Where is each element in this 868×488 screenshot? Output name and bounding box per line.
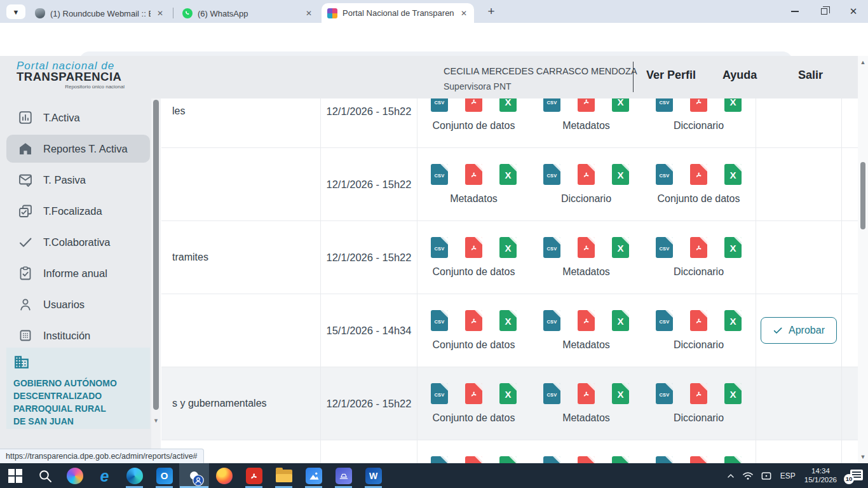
tray-show-hidden-icons-button[interactable] [726, 471, 736, 481]
pdf-file-icon[interactable] [578, 456, 595, 463]
csv-file-icon[interactable]: CSV [543, 383, 560, 404]
excel-file-icon[interactable]: X [724, 456, 742, 463]
scroll-up-arrow-icon[interactable]: ▲ [858, 59, 868, 65]
close-tab-icon[interactable]: ✕ [304, 9, 313, 18]
sidebar-scrollbar-thumb[interactable] [153, 100, 159, 410]
csv-file-icon[interactable]: CSV [431, 237, 448, 258]
scroll-down-arrow-icon[interactable]: ▼ [858, 454, 868, 460]
tray-language-indicator[interactable]: ESP [778, 471, 797, 480]
excel-file-icon[interactable]: X [499, 310, 517, 331]
sidebar-item-usuarios[interactable]: Usuarios [6, 290, 150, 318]
sidebar-scrollbar[interactable]: ▼ [151, 98, 161, 463]
taskbar-file-explorer-button[interactable] [269, 463, 299, 488]
pdf-file-icon[interactable] [465, 383, 482, 404]
page-scrollbar[interactable]: ▲ ▼ [858, 56, 868, 463]
taskbar-acrobat-button[interactable] [239, 463, 269, 488]
excel-file-icon[interactable]: X [724, 237, 742, 258]
excel-file-icon[interactable]: X [612, 383, 629, 404]
taskbar-chrome-button[interactable] [179, 463, 209, 488]
sidebar-item-t-activa[interactable]: T.Activa [6, 104, 150, 132]
csv-file-icon[interactable]: CSV [656, 164, 673, 185]
tab-whatsapp[interactable]: (6) WhatsApp ✕ [177, 4, 319, 23]
sidebar-item-t-colaborativa[interactable]: T.Colaborativa [6, 228, 150, 256]
excel-file-icon[interactable]: X [499, 164, 517, 185]
taskbar-firefox-button[interactable] [209, 463, 239, 488]
taskbar-scanner-button[interactable] [329, 463, 358, 488]
excel-file-icon[interactable]: X [612, 98, 629, 112]
csv-file-icon[interactable]: CSV [431, 164, 448, 185]
sidebar-institution-item[interactable]: GOBIERNO AUTÓNOMO DESCENTRALIZADO PARROQ… [6, 348, 150, 429]
csv-file-icon[interactable]: CSV [543, 164, 560, 185]
excel-file-icon[interactable]: X [499, 383, 517, 404]
sidebar-item-reportes-t-activa[interactable]: Reportes T. Activa [6, 135, 150, 163]
csv-file-icon[interactable]: CSV [543, 237, 560, 258]
pdf-file-icon[interactable] [690, 456, 707, 463]
excel-file-icon[interactable]: X [724, 164, 742, 185]
pdf-file-icon[interactable] [578, 383, 595, 404]
pdf-file-icon[interactable] [578, 237, 595, 258]
excel-file-icon[interactable]: X [612, 164, 629, 185]
close-tab-icon[interactable]: ✕ [459, 9, 468, 18]
tray-wifi-button[interactable] [742, 470, 754, 482]
close-window-button[interactable]: ✕ [839, 0, 868, 23]
excel-file-icon[interactable]: X [724, 98, 742, 112]
excel-file-icon[interactable]: X [499, 456, 517, 463]
excel-file-icon[interactable]: X [612, 456, 629, 463]
csv-file-icon[interactable]: CSV [656, 98, 673, 112]
csv-file-icon[interactable]: CSV [656, 237, 673, 258]
csv-file-icon[interactable]: CSV [656, 383, 673, 404]
csv-file-icon[interactable]: CSV [656, 456, 673, 463]
pdf-file-icon[interactable] [690, 98, 707, 112]
taskbar-internet-explorer-button[interactable]: e [90, 463, 119, 488]
close-tab-icon[interactable]: ✕ [156, 9, 165, 18]
tray-notifications-button[interactable]: 10 [844, 469, 863, 483]
csv-file-icon[interactable]: CSV [431, 383, 448, 404]
taskbar-word-button[interactable]: W [358, 463, 388, 488]
taskbar-edge-button[interactable] [119, 463, 149, 488]
ver-perfil-link[interactable]: Ver Perfil [646, 69, 696, 82]
pdf-file-icon[interactable] [690, 164, 707, 185]
pdf-file-icon[interactable] [465, 98, 482, 112]
excel-file-icon[interactable]: X [612, 310, 629, 331]
tab-search-button[interactable]: ▼ [6, 4, 25, 19]
start-button[interactable] [0, 463, 30, 488]
pdf-file-icon[interactable] [465, 164, 482, 185]
csv-file-icon[interactable]: CSV [431, 456, 448, 463]
scroll-down-arrow-icon[interactable]: ▼ [151, 417, 161, 424]
excel-file-icon[interactable]: X [499, 237, 517, 258]
taskbar-search-button[interactable] [30, 463, 60, 488]
excel-file-icon[interactable]: X [724, 383, 742, 404]
pdf-file-icon[interactable] [690, 237, 707, 258]
sidebar-item-t-focalizada[interactable]: T.Focalizada [6, 197, 150, 225]
tab-portal-transparencia[interactable]: Portal Nacional de Transparenci ✕ [322, 3, 474, 23]
tab-roundcube[interactable]: (1) Roundcube Webmail :: Entra ✕ [29, 4, 170, 23]
excel-file-icon[interactable]: X [499, 98, 517, 112]
pdf-file-icon[interactable] [578, 164, 595, 185]
pdf-file-icon[interactable] [465, 310, 482, 331]
taskbar-copilot-button[interactable] [60, 463, 90, 488]
approve-button[interactable]: Aprobar [761, 317, 837, 344]
csv-file-icon[interactable]: CSV [543, 456, 560, 463]
pdf-file-icon[interactable] [690, 310, 707, 331]
pdf-file-icon[interactable] [578, 310, 595, 331]
restore-button[interactable] [810, 0, 839, 23]
tray-display-button[interactable] [760, 470, 773, 482]
csv-file-icon[interactable]: CSV [431, 310, 448, 331]
salir-link[interactable]: Salir [798, 69, 823, 82]
new-tab-button[interactable]: + [483, 4, 499, 18]
csv-file-icon[interactable]: CSV [656, 310, 673, 331]
csv-file-icon[interactable]: CSV [543, 310, 560, 331]
page-scrollbar-thumb[interactable] [860, 162, 865, 229]
excel-file-icon[interactable]: X [724, 310, 742, 331]
sidebar-item-t-pasiva[interactable]: T. Pasiva [6, 166, 150, 194]
pdf-file-icon[interactable] [465, 237, 482, 258]
pdf-file-icon[interactable] [690, 383, 707, 404]
excel-file-icon[interactable]: X [612, 237, 629, 258]
sidebar-item-informe-anual[interactable]: Informe anual [6, 259, 150, 287]
tray-clock[interactable]: 14:34 15/1/2026 [803, 467, 838, 484]
taskbar-outlook-button[interactable]: O [149, 463, 179, 488]
pdf-file-icon[interactable] [578, 98, 595, 112]
sidebar-item-institucion[interactable]: Institución [6, 322, 150, 349]
taskbar-photos-button[interactable] [299, 463, 329, 488]
minimize-button[interactable] [780, 0, 810, 23]
